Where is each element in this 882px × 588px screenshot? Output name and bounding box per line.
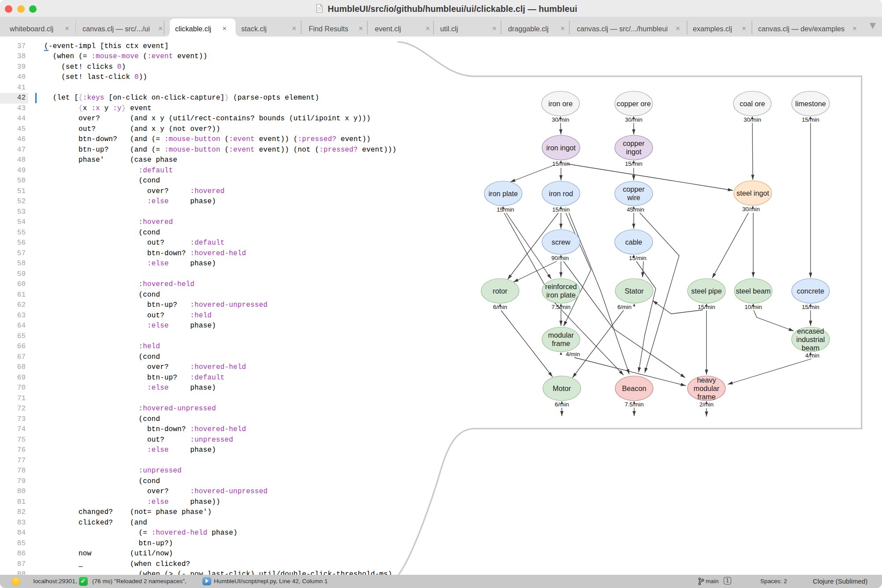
- svg-text:15/min: 15/min: [552, 160, 570, 167]
- svg-text:screw: screw: [552, 238, 571, 246]
- svg-text:6/min: 6/min: [617, 304, 632, 310]
- svg-text:frame: frame: [697, 393, 715, 401]
- svg-text:frame: frame: [552, 339, 570, 347]
- svg-text:heavy: heavy: [697, 376, 716, 384]
- svg-text:Beacon: Beacon: [622, 384, 647, 392]
- svg-text:15/min: 15/min: [497, 206, 514, 213]
- svg-text:30/min: 30/min: [744, 116, 761, 123]
- svg-text:30/min: 30/min: [552, 116, 569, 123]
- svg-text:modular: modular: [694, 384, 720, 392]
- svg-text:reinforced: reinforced: [545, 283, 577, 290]
- svg-text:iron ore: iron ore: [549, 100, 573, 108]
- svg-text:90/min: 90/min: [551, 255, 569, 261]
- svg-text:30/min: 30/min: [742, 206, 760, 212]
- svg-text:10/min: 10/min: [744, 304, 762, 310]
- svg-text:15/min: 15/min: [802, 116, 819, 123]
- svg-text:iron plate: iron plate: [489, 190, 518, 197]
- svg-text:wire: wire: [627, 194, 640, 201]
- svg-text:steel beam: steel beam: [736, 287, 770, 295]
- svg-text:concrete: concrete: [797, 287, 824, 295]
- svg-text:30/min: 30/min: [625, 116, 643, 123]
- svg-text:15/min: 15/min: [802, 304, 819, 310]
- svg-text:modular: modular: [548, 331, 574, 339]
- svg-text:iron plate: iron plate: [546, 291, 576, 299]
- svg-text:copper: copper: [623, 139, 645, 147]
- svg-text:6/min: 6/min: [555, 401, 569, 408]
- svg-text:45/min: 45/min: [627, 206, 644, 213]
- svg-text:cable: cable: [625, 238, 643, 246]
- svg-text:beam: beam: [802, 344, 820, 352]
- svg-text:2/min: 2/min: [699, 401, 714, 408]
- svg-text:rotor: rotor: [493, 287, 508, 295]
- svg-text:steel ingot: steel ingot: [736, 189, 769, 197]
- svg-text:steel pipe: steel pipe: [691, 287, 721, 295]
- svg-text:7.5/min: 7.5/min: [551, 304, 570, 310]
- svg-text:coal ore: coal ore: [740, 100, 765, 108]
- svg-text:4/min: 4/min: [805, 352, 819, 359]
- svg-text:copper ore: copper ore: [617, 100, 650, 108]
- svg-text:Stator: Stator: [624, 287, 644, 295]
- svg-text:iron rod: iron rod: [549, 190, 573, 197]
- svg-text:encased: encased: [797, 327, 824, 335]
- svg-text:ingot: ingot: [626, 148, 642, 156]
- svg-text:7.5/min: 7.5/min: [624, 401, 643, 408]
- svg-text:industrial: industrial: [796, 335, 825, 343]
- svg-text:4/min: 4/min: [566, 351, 580, 357]
- svg-text:copper: copper: [623, 185, 645, 193]
- svg-text:iron ingot: iron ingot: [546, 144, 576, 152]
- svg-text:15/min: 15/min: [625, 160, 643, 167]
- svg-text:Motor: Motor: [553, 384, 571, 392]
- svg-text:15/min: 15/min: [629, 255, 647, 261]
- svg-text:15/min: 15/min: [698, 304, 715, 310]
- svg-text:15/min: 15/min: [552, 206, 570, 213]
- svg-text:limestone: limestone: [795, 100, 826, 108]
- svg-text:6/min: 6/min: [493, 304, 507, 310]
